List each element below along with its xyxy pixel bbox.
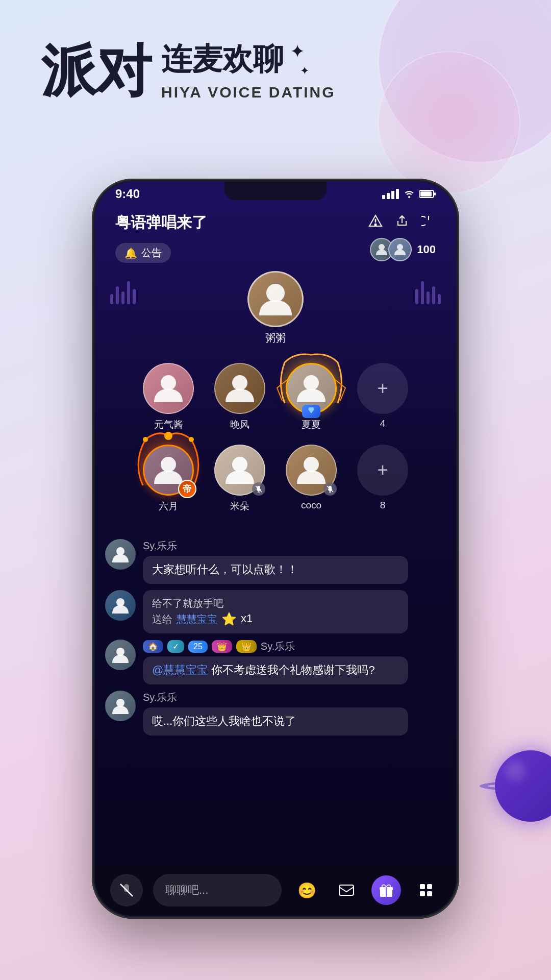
badge-check: ✓: [167, 640, 184, 653]
seats-row-1: 元气酱 晚风: [95, 363, 456, 431]
seat-5[interactable]: 米朵: [214, 445, 265, 513]
svg-point-6: [397, 244, 403, 250]
mute-button[interactable]: [110, 874, 143, 906]
host-name: 粥粥: [265, 331, 286, 345]
status-bar: 9:40: [115, 187, 436, 201]
host-avatar-container[interactable]: 粥粥: [247, 271, 304, 345]
seat-name-4: 六月: [159, 500, 178, 513]
svg-point-26: [116, 699, 124, 707]
seat-add-btn-2[interactable]: +: [357, 445, 408, 496]
signal-bar-4: [396, 189, 399, 199]
gift-recipient: 慧慧宝宝: [177, 612, 217, 626]
svg-rect-32: [420, 884, 425, 889]
gift-star-icon: ⭐: [221, 610, 237, 628]
chat-bubble-2: 给不了就放手吧 送给 慧慧宝宝 ⭐ x1: [143, 590, 408, 634]
svg-point-8: [161, 375, 176, 390]
mute-badge-6: [323, 482, 337, 496]
chat-username-1: Sy.乐乐: [143, 539, 446, 553]
battery-icon: [419, 189, 436, 199]
chat-message-1: Sy.乐乐 大家想听什么，可以点歌！！: [105, 539, 446, 584]
seat-3-diamond[interactable]: 夏夏: [286, 363, 337, 431]
svg-point-9: [232, 375, 247, 390]
announcement-bar: 🔔 公告: [115, 243, 171, 263]
mail-button[interactable]: [332, 875, 361, 905]
header-title-big: 派对: [41, 43, 151, 99]
gift-button[interactable]: [371, 875, 401, 905]
mute-badge-5: [252, 482, 265, 496]
seat-name-2: 晚风: [230, 418, 249, 431]
stage-area: 粥粥 元气酱 晚风: [95, 261, 456, 526]
planet-decoration: [480, 735, 551, 837]
chat-message-3: 🏠 ✓ 25 👑 👑 Sy.乐乐 @慧慧宝宝 你不考虑送我个礼物感谢下我吗?: [105, 640, 446, 684]
svg-rect-33: [427, 884, 432, 889]
seat-4-crown[interactable]: 帝 六月: [143, 445, 194, 513]
bottom-action-icons: 😊: [292, 875, 441, 905]
app-header: 粤语弹唱来了: [115, 212, 436, 233]
svg-point-19: [304, 457, 319, 472]
seat-name-1: 元气酱: [154, 418, 183, 431]
svg-point-13: [189, 437, 194, 442]
svg-rect-1: [434, 192, 436, 195]
seat-add-1[interactable]: + 4: [357, 363, 408, 431]
seat-add-2[interactable]: + 8: [357, 445, 408, 513]
chat-input[interactable]: 聊聊吧...: [153, 874, 282, 906]
emoji-button[interactable]: 😊: [292, 875, 321, 905]
grid-button[interactable]: [411, 875, 441, 905]
chat-gift: 送给 慧慧宝宝 ⭐ x1: [152, 610, 399, 628]
visualizer-left: [110, 281, 136, 304]
emperor-badge: 帝: [178, 480, 196, 498]
seat-add-count-2: 8: [380, 500, 386, 511]
room-audience: 100: [370, 238, 436, 261]
phone-screen: 9:40: [95, 182, 456, 916]
status-icons: [382, 189, 436, 199]
sparkle-top: ✦: [290, 41, 309, 62]
plus-icon-1: +: [377, 378, 388, 399]
svg-point-25: [116, 648, 124, 656]
phone-mockup: 9:40: [92, 179, 459, 919]
signal-bar-3: [391, 191, 394, 199]
seats-row-2: 帝 六月 米朵: [95, 445, 456, 513]
chat-avatar-1: [105, 539, 136, 570]
chat-message-2: 给不了就放手吧 送给 慧慧宝宝 ⭐ x1: [105, 590, 446, 634]
room-title: 粤语弹唱来了: [115, 212, 207, 233]
chat-content-3: 🏠 ✓ 25 👑 👑 Sy.乐乐 @慧慧宝宝 你不考虑送我个礼物感谢下我吗?: [143, 640, 446, 684]
status-time: 9:40: [115, 187, 140, 201]
svg-point-12: [143, 437, 148, 442]
header-area: 派对 连麦欢聊 ✦ ✦ HIYA VOICE DATING: [41, 41, 510, 101]
planet-highlight: [505, 761, 525, 781]
chat-avatar-3: [105, 640, 136, 670]
svg-point-10: [304, 375, 319, 390]
planet-body: [495, 750, 551, 822]
seat-add-btn-1[interactable]: +: [357, 363, 408, 414]
phone-inner: 9:40: [95, 182, 456, 916]
badge-username: Sy.乐乐: [261, 640, 295, 653]
svg-point-15: [232, 457, 247, 472]
audience-count: 100: [417, 243, 436, 256]
share-icon[interactable]: [395, 214, 409, 232]
svg-point-4: [375, 224, 377, 226]
signal-bar-2: [387, 193, 390, 199]
mention-message: 你不考虑送我个礼物感谢下我吗?: [211, 664, 374, 676]
signal-bar-1: [382, 195, 385, 199]
mention-tag: @慧慧宝宝: [152, 664, 208, 676]
badge-star: 👑: [212, 640, 232, 653]
seat-1[interactable]: 元气酱: [143, 363, 194, 431]
chat-avatar-4: [105, 691, 136, 721]
alert-icon[interactable]: [368, 214, 383, 232]
chat-bubble-3: @慧慧宝宝 你不考虑送我个礼物感谢下我吗?: [143, 656, 408, 684]
chat-username-4: Sy.乐乐: [143, 691, 446, 704]
header-english: HIYA VOICE DATING: [161, 84, 336, 101]
chat-bubble-4: 哎...你们这些人我啥也不说了: [143, 707, 408, 736]
badge-crown: 👑: [236, 640, 257, 653]
host-avatar[interactable]: [247, 271, 304, 327]
power-icon[interactable]: [421, 214, 436, 232]
seat-6-coco[interactable]: coco: [286, 445, 337, 513]
seat-name-3: 夏夏: [302, 418, 321, 431]
host-glow-ring: [247, 271, 304, 327]
seat-diamond-wrapper: [286, 363, 337, 414]
diamond-badge: [302, 405, 320, 418]
seat-2[interactable]: 晚风: [214, 363, 265, 431]
svg-point-5: [379, 244, 385, 250]
chat-content-4: Sy.乐乐 哎...你们这些人我啥也不说了: [143, 691, 446, 736]
svg-rect-35: [427, 891, 432, 896]
